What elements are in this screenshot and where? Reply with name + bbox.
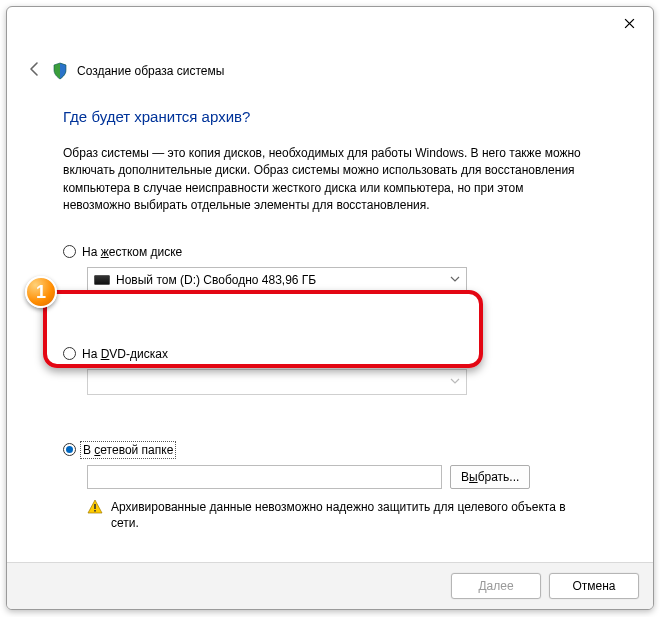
back-arrow-icon[interactable]	[27, 61, 43, 80]
dialog-footer: Далее Отмена	[7, 562, 653, 609]
hdd-drive-value: Новый том (D:) Свободно 483,96 ГБ	[116, 273, 316, 287]
svg-rect-1	[94, 510, 96, 512]
next-button[interactable]: Далее	[451, 573, 541, 599]
network-path-row: Выбрать...	[87, 465, 597, 489]
network-path-input[interactable]	[87, 465, 442, 489]
option-dvd: На DVD-дисках	[63, 343, 597, 399]
wizard-header: Создание образа системы	[7, 47, 653, 80]
close-button[interactable]	[609, 11, 649, 39]
radio-dvd[interactable]: На DVD-дисках	[63, 347, 597, 361]
radio-icon	[63, 245, 76, 258]
radio-network[interactable]: В сетевой папке	[63, 443, 597, 457]
radio-hdd[interactable]: На жестком диске	[63, 245, 597, 259]
dvd-drive-combo[interactable]	[87, 369, 467, 395]
browse-button[interactable]: Выбрать...	[450, 465, 530, 489]
title-bar	[7, 7, 653, 47]
radio-hdd-label: На жестком диске	[82, 245, 182, 259]
chevron-down-icon	[450, 375, 460, 389]
radio-network-label: В сетевой папке	[82, 443, 174, 457]
radio-icon	[63, 443, 76, 456]
wizard-title: Создание образа системы	[77, 64, 224, 78]
network-warning: Архивированные данные невозможно надежно…	[87, 499, 567, 533]
option-hdd: На жестком диске Новый том (D:) Свободно…	[63, 241, 597, 297]
dialog-window: Создание образа системы Где будет хранит…	[6, 6, 654, 610]
question-heading: Где будет хранится архив?	[63, 108, 597, 125]
close-icon	[624, 18, 635, 32]
chevron-down-icon	[450, 273, 460, 287]
content-area: Где будет хранится архив? Образ системы …	[7, 80, 653, 562]
warning-icon	[87, 499, 103, 515]
shield-icon	[51, 62, 69, 80]
hdd-drive-combo[interactable]: Новый том (D:) Свободно 483,96 ГБ	[87, 267, 467, 293]
cancel-button[interactable]: Отмена	[549, 573, 639, 599]
drive-icon	[94, 275, 110, 285]
radio-dvd-label: На DVD-дисках	[82, 347, 168, 361]
network-warning-text: Архивированные данные невозможно надежно…	[111, 499, 567, 533]
annotation-badge-1: 1	[25, 276, 57, 308]
option-network: В сетевой папке Выбрать... Архивированн	[63, 439, 597, 537]
radio-icon	[63, 347, 76, 360]
svg-rect-0	[94, 504, 96, 509]
description-text: Образ системы — это копия дисков, необхо…	[63, 145, 583, 215]
